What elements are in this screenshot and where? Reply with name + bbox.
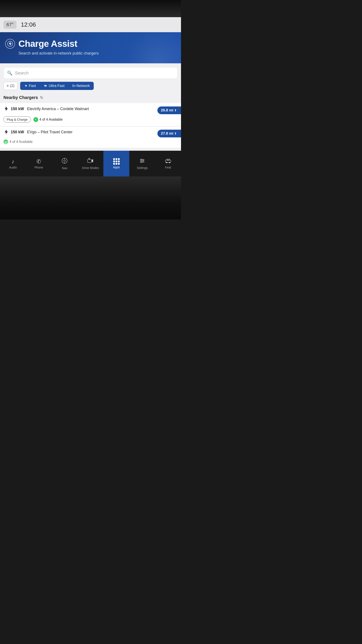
filter-in-network[interactable]: In-Network (68, 82, 94, 90)
availability-text-1: 4 of 4 Available (39, 118, 63, 122)
plug-charge-badge-1[interactable]: Plug & Charge (3, 116, 31, 122)
refresh-icon[interactable]: ↻ (40, 95, 43, 100)
navigate-arrow-1: ⬆ (174, 108, 177, 112)
charger-power-2: 150 kW (11, 130, 24, 134)
distance-value-2: 27.8 mi (161, 132, 173, 136)
charger-name-2: EVgo – Pilot Travel Center (27, 130, 72, 134)
charger-list: 150 kW Electrify America – Cordele Walma… (0, 103, 181, 151)
svg-rect-16 (167, 159, 170, 160)
nav-settings[interactable]: Settings (129, 151, 155, 176)
distance-badge-1: 26.8 mi ⬆ (157, 106, 181, 114)
nav-nav-label: Nav (62, 166, 67, 170)
charger-bolt-icon-2 (3, 130, 8, 134)
top-bezel (0, 0, 181, 17)
nav-drive-modes-label: Drive Modes (82, 166, 99, 170)
nearby-title: Nearby Chargers (3, 95, 38, 100)
nav-phone-label: Phone (34, 166, 43, 169)
svg-rect-8 (87, 160, 92, 162)
distance-value-1: 26.8 mi (161, 108, 173, 112)
charger-power-1: 150 kW (11, 107, 24, 111)
page-title: Charge Assist (18, 39, 77, 49)
svg-point-13 (143, 160, 144, 161)
charger-card-2[interactable]: 150 kW EVgo – Pilot Travel Center 27.8 m… (0, 127, 181, 148)
charger-name-1: Electrify America – Cordele Walmart (27, 107, 89, 111)
svg-point-17 (166, 162, 167, 163)
nav-audio[interactable]: ♪ Audio (0, 151, 26, 176)
ultra-fast-bolt-icon (43, 84, 47, 88)
page-subtitle: Search and activate in-network public ch… (5, 51, 176, 56)
nav-nav[interactable]: Nav (52, 151, 78, 176)
search-input[interactable]: Search (15, 71, 174, 76)
nav-apps-label: Apps (113, 166, 120, 169)
fast-label: Fast (29, 84, 36, 88)
fast-bolt-icon (24, 84, 27, 88)
filter-badge[interactable]: ≡ (2) (3, 82, 17, 90)
filter-ultra-fast[interactable]: Ultra Fast (40, 82, 68, 90)
nav-apps[interactable]: Apps (103, 151, 129, 176)
search-bar[interactable]: 🔍 Search (3, 67, 178, 79)
distance-badge-2: 27.8 mi ⬆ (157, 130, 181, 138)
time-display: 12:06 (21, 21, 36, 28)
charger-card-1[interactable]: 150 kW Electrify America – Cordele Walma… (0, 103, 181, 126)
filter-icon: ≡ (7, 84, 8, 88)
search-section: 🔍 Search (0, 63, 181, 82)
nav-settings-label: Settings (137, 166, 148, 170)
nav-phone[interactable]: ✆ Phone (26, 151, 52, 176)
bottom-bezel (0, 176, 181, 220)
filter-pills: Fast Ultra Fast In-Network (20, 82, 178, 90)
available-check-icon-1: ✓ (33, 117, 38, 122)
navigate-arrow-2: ⬆ (174, 132, 177, 135)
svg-point-18 (169, 162, 170, 163)
filter-fast[interactable]: Fast (20, 82, 40, 90)
nav-audio-label: Audio (9, 166, 17, 169)
audio-icon: ♪ (11, 158, 14, 165)
settings-icon (139, 158, 145, 165)
charger-bolt-icon-1 (3, 106, 8, 111)
bottom-nav: ♪ Audio ✆ Phone Nav Drive Modes (0, 151, 181, 176)
search-icon: 🔍 (7, 70, 12, 76)
phone-icon: ✆ (36, 158, 41, 165)
in-network-label: In-Network (72, 84, 90, 88)
availability-1: ✓ 4 of 4 Available (33, 117, 63, 122)
nav-feat[interactable]: Feat (155, 151, 181, 176)
svg-point-12 (141, 159, 142, 160)
nav-feat-label: Feat (165, 166, 171, 169)
nearby-header: Nearby Chargers ↻ (0, 93, 181, 103)
nav-icon (61, 158, 68, 166)
filter-row: ≡ (2) Fast Ultra Fast In-Network (0, 82, 181, 93)
app-header: Charge Assist Search and activate in-net… (0, 32, 181, 63)
filter-count: (2) (10, 84, 14, 88)
charge-assist-icon (5, 39, 15, 49)
feat-icon (165, 158, 171, 165)
fade-overlay (0, 139, 181, 148)
temperature-display: 67° (3, 20, 16, 29)
status-bar: 67° 12:06 (0, 17, 181, 32)
svg-point-5 (64, 160, 65, 162)
apps-icon (113, 158, 120, 165)
drive-modes-icon (87, 158, 94, 165)
svg-point-14 (141, 162, 142, 162)
nav-drive-modes[interactable]: Drive Modes (78, 151, 104, 176)
ultra-fast-label: Ultra Fast (49, 84, 64, 88)
